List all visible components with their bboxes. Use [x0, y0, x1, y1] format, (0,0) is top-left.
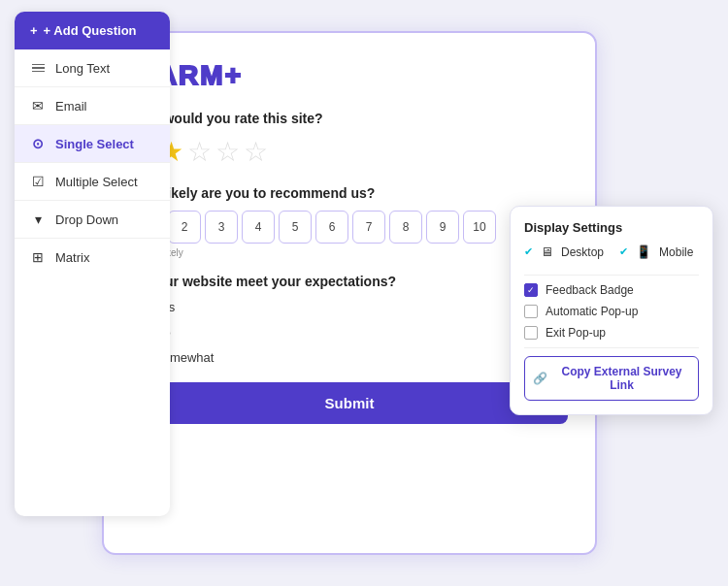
question-3-label: Did our website meet your expectations? [131, 274, 568, 289]
star-5[interactable]: ☆ [244, 136, 268, 168]
rating-5[interactable]: 5 [279, 211, 312, 244]
device-options: ✔ 🖥 Desktop ✔ 📱 Mobile [524, 244, 699, 267]
sidebar-item-label: Email [55, 99, 87, 114]
exit-popup-checkbox[interactable] [524, 326, 538, 340]
option-somewhat[interactable]: Somewhat [131, 349, 568, 365]
desktop-check-icon: ✔ [524, 245, 533, 258]
star-4[interactable]: ☆ [215, 136, 240, 168]
sidebar-item-label: Long Text [55, 61, 110, 76]
add-question-button[interactable]: + + Add Question [15, 12, 170, 49]
divider-2 [524, 347, 699, 348]
exit-popup-label: Exit Pop-up [546, 326, 606, 340]
sidebar-item-multiple-select[interactable]: ☑ Multiple Select [15, 163, 170, 201]
mobile-icon: 📱 [636, 244, 651, 259]
feedback-badge-label: Feedback Badge [546, 283, 634, 297]
sidebar-item-label: Multiple Select [55, 175, 138, 189]
option-no[interactable]: No [131, 324, 568, 340]
option-yes[interactable]: Yes [131, 299, 568, 314]
email-icon: ✉ [30, 98, 46, 114]
survey-title: WARM+ [131, 60, 568, 91]
rating-6[interactable]: 6 [315, 211, 348, 244]
rating-10[interactable]: 10 [463, 211, 496, 244]
star-rating[interactable]: ★ ★ ☆ ☆ ☆ [131, 136, 568, 168]
rating-labels: Not at likely Very Likely [131, 247, 568, 258]
nps-rating: 1 2 3 4 5 6 7 8 9 10 [131, 211, 568, 244]
sidebar-item-matrix[interactable]: ⊞ Matrix [15, 239, 170, 276]
plus-icon: + [30, 23, 38, 38]
rating-8[interactable]: 8 [389, 211, 422, 244]
star-3[interactable]: ☆ [187, 136, 212, 168]
lines-icon [30, 60, 46, 76]
desktop-icon: 🖥 [541, 244, 553, 259]
sidebar: + + Add Question Long Text ✉ Email ⊙ Sin… [15, 12, 170, 516]
desktop-label: Desktop [561, 245, 604, 259]
submit-button[interactable]: Submit [131, 382, 568, 424]
rating-4[interactable]: 4 [242, 211, 275, 244]
rating-7[interactable]: 7 [352, 211, 385, 244]
sidebar-item-drop-down[interactable]: ▾ Drop Down [15, 201, 170, 239]
sidebar-item-label: Single Select [55, 137, 134, 151]
sidebar-item-single-select[interactable]: ⊙ Single Select [15, 125, 170, 163]
sidebar-item-long-text[interactable]: Long Text [15, 49, 170, 87]
grid-icon: ⊞ [30, 249, 46, 265]
rating-2[interactable]: 2 [168, 211, 201, 244]
sidebar-item-label: Matrix [55, 250, 89, 265]
copy-link-icon: 🔗 [533, 372, 547, 385]
rating-3[interactable]: 3 [205, 211, 238, 244]
sidebar-item-label: Drop Down [55, 212, 118, 227]
desktop-option[interactable]: ✔ 🖥 Desktop [524, 244, 604, 259]
dropdown-icon: ▾ [30, 212, 46, 227]
radio-icon: ⊙ [30, 136, 46, 151]
display-settings-panel: Display Settings ✔ 🖥 Desktop ✔ 📱 Mobile … [510, 206, 713, 415]
automatic-popup-option[interactable]: Automatic Pop-up [524, 305, 699, 318]
divider-1 [524, 275, 699, 276]
feedback-badge-option[interactable]: ✓ Feedback Badge [524, 283, 699, 297]
add-question-label: + Add Question [44, 23, 137, 38]
display-settings-title: Display Settings [524, 220, 699, 235]
question-1-label: How would you rate this site? [131, 111, 568, 126]
automatic-popup-checkbox[interactable] [524, 305, 538, 318]
automatic-popup-label: Automatic Pop-up [546, 305, 638, 318]
sidebar-item-email[interactable]: ✉ Email [15, 87, 170, 125]
rating-9[interactable]: 9 [426, 211, 459, 244]
mobile-label: Mobile [659, 245, 693, 259]
exit-popup-option[interactable]: Exit Pop-up [524, 326, 699, 340]
mobile-check-icon: ✔ [619, 245, 628, 258]
mobile-option[interactable]: ✔ 📱 Mobile [619, 244, 693, 259]
copy-external-link-button[interactable]: 🔗 Copy External Survey Link [524, 356, 699, 401]
copy-link-label: Copy External Survey Link [553, 365, 690, 392]
question-2-label: How likely are you to recommend us? [131, 185, 568, 201]
checkbox-icon: ☑ [30, 174, 46, 189]
feedback-badge-checkbox[interactable]: ✓ [524, 283, 538, 297]
